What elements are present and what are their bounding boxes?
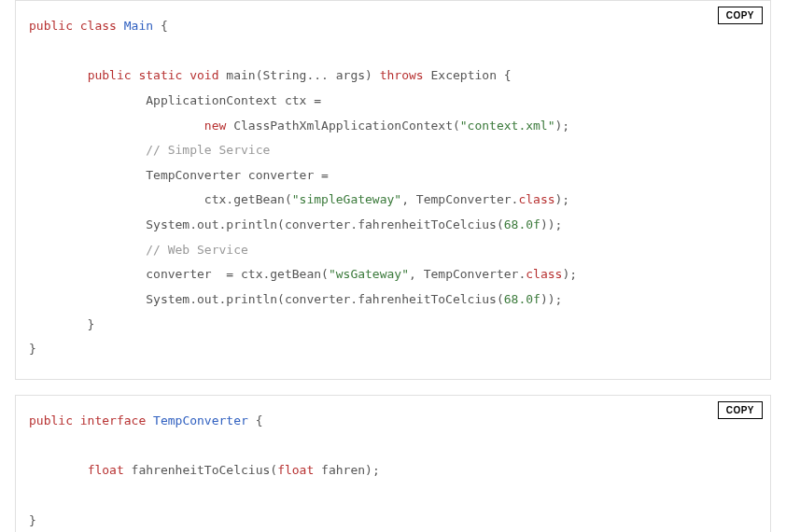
code-token: "context.xml" xyxy=(460,119,555,133)
code-content: public interface TempConverter { float f… xyxy=(16,396,770,532)
code-token: class xyxy=(80,19,117,33)
code-token: ); xyxy=(555,119,570,133)
code-token: public xyxy=(88,68,132,82)
code-token: ); xyxy=(562,267,577,281)
code-token: Exception { xyxy=(424,68,512,82)
code-token xyxy=(73,19,80,33)
code-token xyxy=(29,243,146,257)
code-token xyxy=(146,413,153,427)
code-token xyxy=(29,68,88,82)
code-token: System.out.println(converter.fahrenheitT… xyxy=(29,217,504,231)
code-block-interface: COPY public interface TempConverter { fl… xyxy=(15,395,771,532)
code-token: fahren); xyxy=(314,463,379,477)
code-token: } xyxy=(29,317,94,331)
code-token: interface xyxy=(80,413,146,427)
code-token: , TempConverter. xyxy=(401,192,518,206)
code-token xyxy=(29,463,88,477)
code-token: } xyxy=(29,342,36,356)
code-token xyxy=(73,413,80,427)
code-block-main: COPY public class Main { public static v… xyxy=(15,0,771,380)
code-token: "simpleGateway" xyxy=(292,192,401,206)
code-token: "wsGateway" xyxy=(329,267,409,281)
code-token: TempConverter converter = xyxy=(29,168,329,182)
code-token: converter = ctx.getBean( xyxy=(29,267,329,281)
code-token: System.out.println(converter.fahrenheitT… xyxy=(29,292,504,306)
code-token: ClassPathXmlApplicationContext( xyxy=(226,119,459,133)
code-token: TempConverter xyxy=(153,413,248,427)
code-token: } xyxy=(29,513,36,527)
code-token: float xyxy=(277,463,314,477)
code-token: ); xyxy=(555,192,570,206)
copy-button[interactable]: COPY xyxy=(718,7,763,24)
code-token: // Simple Service xyxy=(146,143,270,157)
code-content: public class Main { public static void m… xyxy=(16,1,770,379)
code-token: public xyxy=(29,413,73,427)
code-token: void xyxy=(189,68,218,82)
code-token: { xyxy=(248,413,263,427)
code-token: public xyxy=(29,19,73,33)
code-token: class xyxy=(518,192,554,206)
code-token: Main xyxy=(124,19,153,33)
code-token: { xyxy=(153,19,168,33)
code-token: static xyxy=(138,68,182,82)
code-token: )); xyxy=(540,292,562,306)
code-token: // Web Service xyxy=(146,243,248,257)
code-token xyxy=(117,19,124,33)
code-token: fahrenheitToCelcius( xyxy=(124,463,277,477)
code-token: ctx.getBean( xyxy=(29,192,292,206)
code-token: )); xyxy=(540,217,562,231)
code-token xyxy=(29,119,204,133)
code-token: 68.0f xyxy=(504,217,540,231)
code-token xyxy=(29,143,146,157)
code-token: class xyxy=(526,267,562,281)
code-token: , TempConverter. xyxy=(409,267,526,281)
code-token: ApplicationContext ctx = xyxy=(29,93,321,107)
code-token: throws xyxy=(380,68,424,82)
code-token: float xyxy=(88,463,124,477)
copy-button[interactable]: COPY xyxy=(718,401,763,419)
code-token: main(String... args) xyxy=(219,68,380,82)
code-token: 68.0f xyxy=(504,292,540,306)
code-token: new xyxy=(204,119,226,133)
